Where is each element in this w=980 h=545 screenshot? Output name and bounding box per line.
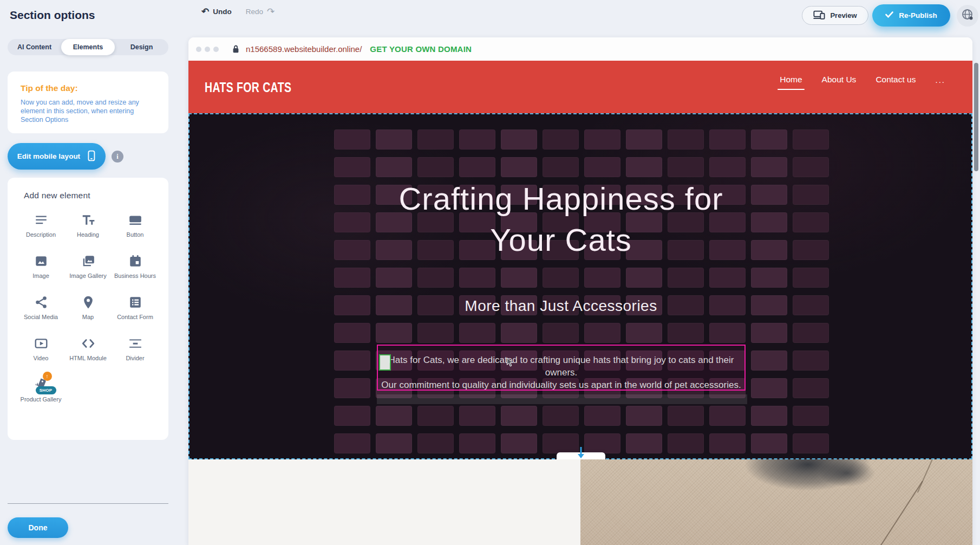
site-preview-window: n1566589.websitebuilder.online/ GET YOUR…: [188, 37, 972, 545]
resize-handle-left[interactable]: [379, 354, 391, 371]
republish-label: Re-Publish: [899, 11, 937, 20]
image-gallery-icon: [81, 254, 95, 269]
nav-about-us[interactable]: About Us: [822, 75, 857, 90]
hero-title[interactable]: Crafting Happiness for Your Cats: [190, 178, 932, 261]
site-header: HATS FOR CATS Home About Us Contact us .…: [188, 61, 972, 113]
tab-design[interactable]: Design: [115, 39, 168, 55]
element-grid: Description Heading: [17, 212, 159, 403]
nav-contact-us[interactable]: Contact us: [876, 75, 916, 90]
add-element-card: Add new element Description Hea: [8, 178, 168, 440]
info-icon[interactable]: i: [112, 151, 123, 163]
tab-elements[interactable]: Elements: [61, 39, 115, 55]
nav-home[interactable]: Home: [780, 75, 802, 90]
hero-title-line2: Your Cats: [190, 219, 932, 261]
element-label: Social Media: [24, 314, 58, 321]
site-logo[interactable]: HATS FOR CATS: [205, 80, 291, 95]
element-label: Image: [32, 272, 49, 280]
hero-title-line1: Crafting Happiness for: [190, 178, 932, 219]
hero-section-selected[interactable]: Crafting Happiness for Your Cats More th…: [188, 113, 972, 459]
element-label: Video: [34, 355, 49, 362]
image-icon: [34, 254, 48, 269]
add-element-heading: Add new element: [17, 191, 159, 200]
redo-label: Redo: [246, 8, 263, 16]
selected-text-element[interactable]: Hats for Cats, we are dedicated to craft…: [377, 345, 746, 391]
lock-icon: [232, 44, 240, 54]
html-module-icon: [81, 336, 95, 351]
paving-crack: [917, 459, 933, 492]
button-icon: [128, 212, 142, 228]
element-description[interactable]: Description: [18, 212, 64, 238]
element-label: Description: [26, 231, 56, 238]
element-product-gallery[interactable]: ↑ SHOP Product Gallery: [18, 377, 64, 403]
paving-crack: [878, 481, 923, 545]
divider-icon: [128, 336, 142, 351]
window-dot: [213, 47, 219, 52]
shop-badge: SHOP: [36, 386, 56, 394]
element-label: Business Hours: [114, 272, 156, 280]
website-builder-app: Section options AI Content Elements Desi…: [0, 0, 980, 545]
nav-more[interactable]: ...: [935, 75, 945, 90]
social-media-icon: [34, 295, 48, 310]
undo-label: Undo: [213, 8, 232, 16]
heading-icon: [81, 212, 95, 228]
mouse-cursor: [506, 357, 514, 369]
get-domain-link[interactable]: GET YOUR OWN DOMAIN: [370, 44, 472, 54]
element-map[interactable]: Map: [66, 295, 111, 321]
element-business-hours[interactable]: Business Hours: [113, 254, 158, 280]
element-label: Contact Form: [117, 314, 153, 321]
edit-mobile-layout-button[interactable]: Edit mobile layout: [8, 143, 106, 170]
undo-button[interactable]: ↶ Undo: [201, 7, 232, 16]
contact-form-icon: [128, 295, 142, 310]
element-label: Heading: [77, 231, 99, 238]
business-hours-icon: [128, 254, 142, 269]
element-label: Product Gallery: [21, 396, 62, 403]
tab-ai-content[interactable]: AI Content: [8, 39, 61, 55]
element-video[interactable]: Video: [18, 336, 64, 362]
window-dot: [205, 47, 210, 52]
video-icon: [34, 336, 48, 351]
element-html-module[interactable]: HTML Module: [66, 336, 111, 362]
element-contact-form[interactable]: Contact Form: [113, 295, 158, 321]
browser-chrome: n1566589.websitebuilder.online/ GET YOUR…: [188, 37, 972, 61]
hero-paragraph-line1: Hats for Cats, we are dedicated to craft…: [378, 354, 744, 379]
element-label: Button: [127, 231, 144, 238]
republish-button[interactable]: Re-Publish: [872, 4, 950, 27]
section-options-panel: Section options AI Content Elements Desi…: [0, 0, 182, 545]
history-controls: ↶ Undo Redo ↷: [201, 7, 275, 16]
language-globe-button[interactable]: [957, 5, 978, 27]
window-dot: [196, 47, 201, 52]
hero-paragraph-line2: Our commitment to quality and individual…: [378, 379, 744, 391]
scrollbar-thumb[interactable]: [974, 63, 978, 171]
element-button[interactable]: Button: [113, 212, 158, 238]
next-section[interactable]: [188, 459, 972, 545]
hover-highlight-bar: [377, 394, 747, 404]
element-label: HTML Module: [69, 355, 107, 362]
tip-body: Now you can add, move and resize any ele…: [21, 98, 157, 124]
element-divider[interactable]: Divider: [113, 336, 158, 362]
product-gallery-icon: ↑ SHOP: [34, 377, 49, 392]
devices-icon: [813, 10, 825, 21]
paving-photo: [580, 459, 972, 545]
hero-subtitle[interactable]: More than Just Accessories: [190, 297, 932, 315]
site-url: n1566589.websitebuilder.online/: [246, 44, 362, 54]
redo-button[interactable]: Redo ↷: [246, 7, 275, 16]
redo-icon: ↷: [267, 7, 275, 16]
panel-tabs: AI Content Elements Design: [8, 39, 168, 55]
done-button[interactable]: Done: [8, 517, 68, 538]
element-image[interactable]: Image: [18, 254, 64, 280]
element-social-media[interactable]: Social Media: [18, 295, 64, 321]
page-title: Section options: [10, 9, 95, 22]
undo-icon: ↶: [201, 7, 209, 16]
tip-of-the-day-card: Tip of the day: Now you can add, move an…: [8, 72, 168, 133]
description-icon: [34, 212, 48, 228]
map-icon: [81, 295, 95, 310]
preview-button[interactable]: Preview: [802, 6, 868, 25]
element-label: Divider: [126, 355, 144, 362]
phone-icon: [87, 150, 96, 164]
element-image-gallery[interactable]: Image Gallery: [66, 254, 111, 280]
element-label: Image Gallery: [69, 272, 106, 280]
element-label: Map: [82, 314, 94, 321]
element-heading[interactable]: Heading: [66, 212, 111, 238]
tip-heading: Tip of the day:: [21, 83, 155, 93]
sidebar-divider: [8, 503, 168, 504]
